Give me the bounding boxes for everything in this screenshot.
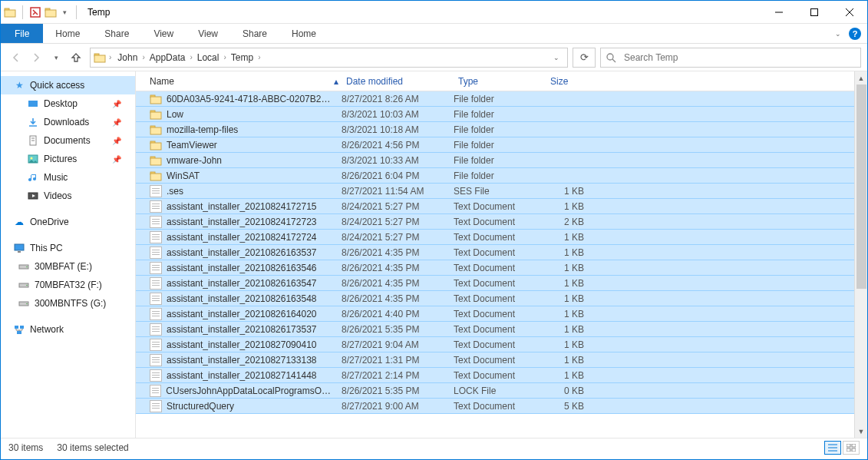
file-row[interactable]: assistant_installer_202108241727158/24/2… bbox=[136, 198, 867, 214]
address-bar[interactable]: › John›AppData›Local›Temp› ⌄ bbox=[90, 48, 568, 68]
chevron-right-icon[interactable]: › bbox=[140, 53, 146, 61]
this-pc-item[interactable]: This PC bbox=[1, 239, 135, 257]
svg-rect-13 bbox=[28, 101, 38, 107]
file-row[interactable]: assistant_installer_202108261640208/26/2… bbox=[136, 306, 867, 322]
file-row[interactable]: WinSAT8/26/2021 6:04 PMFile folder bbox=[136, 167, 867, 184]
file-row[interactable]: assistant_installer_202108261735378/26/2… bbox=[136, 321, 867, 337]
svg-rect-29 bbox=[20, 326, 24, 329]
qat-folder-icon[interactable] bbox=[45, 6, 57, 18]
tab-view[interactable]: View bbox=[141, 24, 186, 43]
file-row[interactable]: assistant_installer_202108261635478/26/2… bbox=[136, 275, 867, 291]
column-name[interactable]: Name bbox=[136, 71, 334, 91]
scroll-track[interactable] bbox=[855, 84, 868, 425]
tab-home[interactable]: Home bbox=[43, 24, 92, 43]
file-row[interactable]: TeamViewer8/26/2021 4:56 PMFile folder bbox=[136, 137, 867, 153]
file-row[interactable]: assistant_installer_202108271331388/27/2… bbox=[136, 352, 867, 368]
sidebar-item-music[interactable]: Music bbox=[1, 168, 135, 187]
file-row[interactable]: assistant_installer_202108261635468/26/2… bbox=[136, 260, 867, 276]
column-size[interactable]: Size bbox=[543, 71, 601, 91]
sidebar-item-videos[interactable]: Videos bbox=[1, 187, 135, 205]
chevron-right-icon[interactable]: › bbox=[107, 53, 113, 61]
file-name: assistant_installer_20210826163548 bbox=[167, 293, 317, 304]
file-row[interactable]: assistant_installer_202108241727238/24/2… bbox=[136, 213, 867, 230]
vertical-scrollbar[interactable]: ▲ ▼ bbox=[854, 71, 867, 438]
recent-locations-button[interactable]: ▾ bbox=[47, 48, 65, 67]
sidebar-item-documents[interactable]: Documents📌 bbox=[1, 131, 135, 150]
sidebar-drive[interactable]: 30MBFAT (E:) bbox=[1, 257, 135, 276]
svg-rect-36 bbox=[150, 127, 161, 134]
file-row[interactable]: .ses8/27/2021 11:54 AMSES File1 KB bbox=[136, 183, 867, 199]
file-row[interactable]: Low8/3/2021 10:03 AMFile folder bbox=[136, 106, 867, 122]
file-type: File folder bbox=[446, 124, 538, 135]
sidebar-item-desktop[interactable]: Desktop📌 bbox=[1, 94, 135, 113]
svg-rect-28 bbox=[15, 326, 18, 329]
sidebar-drive[interactable]: 70MBFAT32 (F:) bbox=[1, 276, 135, 294]
sidebar-drive[interactable]: 300MBNTFS (G:) bbox=[1, 294, 135, 313]
quick-access-header[interactable]: ★ Quick access bbox=[1, 76, 135, 94]
file-type: SES File bbox=[446, 186, 538, 197]
file-size: 1 KB bbox=[538, 278, 596, 289]
details-view-button[interactable] bbox=[824, 441, 841, 455]
back-button[interactable] bbox=[7, 48, 25, 67]
file-icon bbox=[150, 247, 162, 259]
file-date: 8/26/2021 4:40 PM bbox=[334, 309, 446, 319]
file-size: 1 KB bbox=[538, 339, 596, 350]
file-row[interactable]: assistant_installer_202108270904108/27/2… bbox=[136, 336, 867, 352]
chevron-right-icon[interactable]: › bbox=[188, 53, 193, 61]
chevron-right-icon[interactable]: › bbox=[222, 53, 227, 61]
file-row[interactable]: assistant_installer_202108241727248/24/2… bbox=[136, 229, 867, 245]
file-row[interactable]: CUsersJohnAppDataLocalProgramsOper...8/2… bbox=[136, 382, 867, 399]
search-input[interactable] bbox=[622, 51, 856, 64]
network-item[interactable]: Network bbox=[1, 320, 135, 339]
tab-share[interactable]: Share bbox=[92, 24, 141, 43]
maximize-button[interactable] bbox=[797, 1, 832, 24]
thumbnails-view-button[interactable] bbox=[843, 441, 860, 455]
status-bar: 30 items 30 items selected bbox=[1, 438, 867, 456]
ribbon-expand-icon[interactable]: ⌄ bbox=[835, 30, 841, 38]
file-row[interactable]: 60DA03A5-9241-4718-ABBC-0207B28FBF568/27… bbox=[136, 91, 867, 107]
column-type[interactable]: Type bbox=[451, 71, 543, 91]
network-label: Network bbox=[30, 324, 64, 335]
column-date[interactable]: Date modified bbox=[338, 71, 451, 91]
breadcrumb-segment[interactable]: AppData bbox=[147, 52, 189, 63]
forward-button[interactable] bbox=[27, 48, 45, 67]
scroll-thumb[interactable] bbox=[856, 84, 866, 289]
tab-view[interactable]: View bbox=[186, 24, 230, 43]
file-row[interactable]: assistant_installer_202108261635378/26/2… bbox=[136, 244, 867, 260]
file-row[interactable]: assistant_installer_202108261635488/26/2… bbox=[136, 290, 867, 306]
sidebar-item-downloads[interactable]: Downloads📌 bbox=[1, 113, 135, 131]
search-box[interactable] bbox=[600, 48, 861, 68]
quick-access-toolbar: ▾ Temp bbox=[1, 5, 113, 19]
breadcrumb-segment[interactable]: Local bbox=[194, 52, 223, 63]
svg-rect-47 bbox=[852, 444, 856, 447]
file-row[interactable]: StructuredQuery8/27/2021 9:00 AMText Doc… bbox=[136, 398, 867, 414]
tab-home[interactable]: Home bbox=[279, 24, 328, 43]
onedrive-item[interactable]: ☁ OneDrive bbox=[1, 213, 135, 231]
scroll-down-icon[interactable]: ▼ bbox=[855, 425, 868, 438]
qat-properties-icon[interactable] bbox=[29, 6, 41, 18]
file-row[interactable]: assistant_installer_202108271414488/27/2… bbox=[136, 367, 867, 383]
file-row[interactable]: vmware-John8/3/2021 10:33 AMFile folder bbox=[136, 152, 867, 168]
chevron-right-icon[interactable]: › bbox=[256, 53, 262, 61]
minimize-button[interactable] bbox=[761, 1, 797, 24]
tab-share[interactable]: Share bbox=[230, 24, 279, 43]
file-icon bbox=[150, 293, 162, 305]
scroll-up-icon[interactable]: ▲ bbox=[855, 71, 868, 84]
help-icon[interactable]: ? bbox=[849, 28, 861, 40]
close-button[interactable] bbox=[832, 1, 867, 24]
file-row[interactable]: mozilla-temp-files8/3/2021 10:18 AMFile … bbox=[136, 121, 867, 137]
file-date: 8/24/2021 5:27 PM bbox=[334, 217, 446, 227]
breadcrumb-segment[interactable]: Temp bbox=[228, 52, 256, 63]
svg-rect-10 bbox=[94, 55, 105, 62]
file-tab[interactable]: File bbox=[1, 24, 43, 43]
status-item-count: 30 items bbox=[8, 442, 43, 453]
breadcrumb-segment[interactable]: John bbox=[114, 52, 140, 63]
sidebar-item-pictures[interactable]: Pictures📌 bbox=[1, 150, 135, 168]
file-date: 8/26/2021 6:04 PM bbox=[334, 170, 446, 181]
refresh-button[interactable]: ⟳ bbox=[573, 48, 596, 68]
address-history-icon[interactable]: ⌄ bbox=[549, 54, 564, 61]
up-button[interactable] bbox=[67, 48, 85, 67]
qat-customize-icon[interactable]: ▾ bbox=[60, 8, 70, 16]
file-type: Text Document bbox=[446, 293, 538, 304]
file-size: 1 KB bbox=[538, 293, 596, 304]
